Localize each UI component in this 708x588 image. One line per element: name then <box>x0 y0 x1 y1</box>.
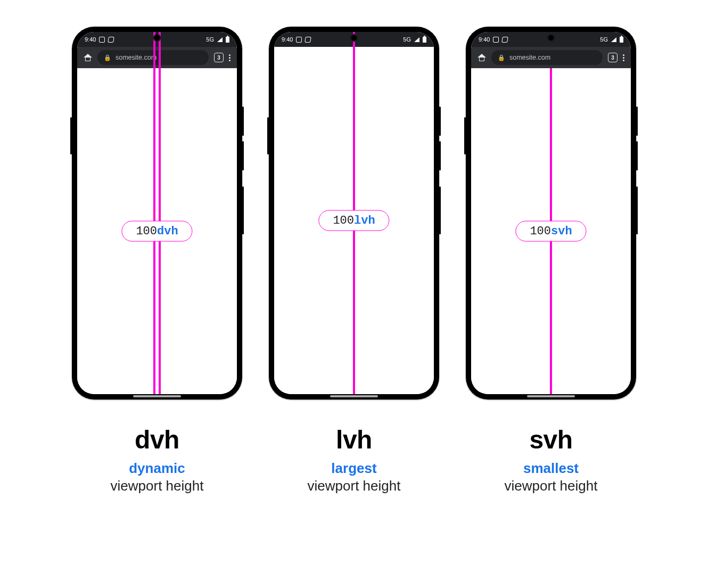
status-icon <box>296 37 302 43</box>
caption-keyword: largest <box>331 460 376 476</box>
screen: 9:40 5G 🔒 somesite.com <box>274 32 434 394</box>
side-button <box>242 141 244 170</box>
side-button <box>439 186 441 234</box>
diagram-row: 9:40 5G 🔒 somesite.com <box>72 27 636 494</box>
status-icon <box>108 37 115 43</box>
phone-frame-lvh: 9:40 5G 🔒 somesite.com <box>269 27 439 399</box>
caption-rest: viewport height <box>308 478 401 494</box>
status-right: 5G <box>403 36 426 43</box>
address-bar[interactable]: 🔒 somesite.com 3 <box>77 47 237 68</box>
signal-icon <box>217 37 223 42</box>
status-left: 9:40 <box>85 36 114 43</box>
viewport-area: 100dvh <box>77 68 237 394</box>
caption-rest: viewport height <box>111 478 204 494</box>
status-time: 9:40 <box>85 36 96 43</box>
tab-count[interactable]: 3 <box>608 53 618 62</box>
home-icon[interactable] <box>84 54 92 61</box>
camera-hole <box>350 34 358 42</box>
screen: 9:40 5G 🔒 somesite.com <box>471 32 631 394</box>
svh-column: 9:40 5G 🔒 somesite.com <box>466 27 636 494</box>
dvh-column: 9:40 5G 🔒 somesite.com <box>72 27 242 494</box>
caption-sub: largest viewport height <box>308 460 401 494</box>
battery-icon <box>226 37 229 43</box>
camera-hole <box>153 34 161 42</box>
badge-value: 100 <box>530 225 551 238</box>
caption-rest: viewport height <box>505 478 598 494</box>
caption-title: lvh <box>308 425 401 454</box>
gesture-bar <box>330 395 378 397</box>
network-label: 5G <box>206 36 214 43</box>
network-label: 5G <box>403 36 411 43</box>
side-button <box>242 107 244 136</box>
viewport-area: 100lvh <box>274 47 434 394</box>
caption-keyword: smallest <box>523 460 579 476</box>
status-right: 5G <box>206 36 229 43</box>
phone-frame-svh: 9:40 5G 🔒 somesite.com <box>466 27 636 399</box>
side-button <box>439 141 441 170</box>
status-icon <box>502 37 509 43</box>
badge-value: 100 <box>136 225 157 238</box>
side-button <box>242 186 244 234</box>
side-button <box>439 107 441 136</box>
status-right: 5G <box>600 36 623 43</box>
height-line <box>153 32 155 394</box>
caption-svh: svh smallest viewport height <box>505 425 598 494</box>
unit-badge: 100dvh <box>121 221 192 242</box>
caption-lvh: lvh largest viewport height <box>308 425 401 494</box>
caption-dvh: dvh dynamic viewport height <box>111 425 204 494</box>
unit-badge: 100lvh <box>318 210 389 231</box>
status-left: 9:40 <box>479 36 508 43</box>
menu-icon[interactable] <box>229 54 230 61</box>
signal-icon <box>611 37 616 42</box>
gesture-bar <box>527 395 575 397</box>
network-label: 5G <box>600 36 608 43</box>
unit-badge: 100svh <box>515 221 586 242</box>
url-text: somesite.com <box>509 54 550 61</box>
side-button <box>267 117 269 154</box>
status-time: 9:40 <box>479 36 490 43</box>
badge-unit: svh <box>551 225 572 238</box>
side-button <box>70 117 72 154</box>
side-button <box>636 107 638 136</box>
battery-icon <box>620 37 623 43</box>
url-text: somesite.com <box>116 54 157 61</box>
caption-title: dvh <box>111 425 204 454</box>
menu-icon[interactable] <box>623 54 624 61</box>
signal-icon <box>414 37 419 42</box>
status-icon <box>493 37 499 43</box>
tab-count[interactable]: 3 <box>214 53 224 62</box>
status-icon <box>305 37 312 43</box>
battery-icon <box>423 37 426 43</box>
lock-icon: 🔒 <box>498 54 505 61</box>
phone-frame-dvh: 9:40 5G 🔒 somesite.com <box>72 27 242 399</box>
screen: 9:40 5G 🔒 somesite.com <box>77 32 237 394</box>
caption-sub: smallest viewport height <box>505 460 598 494</box>
status-icon <box>99 37 105 43</box>
viewport-area: 100svh <box>471 68 631 394</box>
lvh-column: 9:40 5G 🔒 somesite.com <box>269 27 439 494</box>
url-pill[interactable]: 🔒 somesite.com <box>491 50 603 65</box>
side-button <box>636 141 638 170</box>
status-time: 9:40 <box>282 36 293 43</box>
badge-unit: dvh <box>157 225 178 238</box>
status-left: 9:40 <box>282 36 311 43</box>
badge-unit: lvh <box>354 214 375 227</box>
caption-keyword: dynamic <box>129 460 185 476</box>
caption-sub: dynamic viewport height <box>111 460 204 494</box>
gesture-bar <box>133 395 181 397</box>
address-bar[interactable]: 🔒 somesite.com 3 <box>471 47 631 68</box>
side-button <box>636 186 638 234</box>
lock-icon: 🔒 <box>104 54 111 61</box>
camera-hole <box>547 34 555 42</box>
caption-title: svh <box>505 425 598 454</box>
side-button <box>464 117 466 154</box>
home-icon[interactable] <box>478 54 486 61</box>
height-line <box>159 32 161 394</box>
badge-value: 100 <box>333 214 354 227</box>
